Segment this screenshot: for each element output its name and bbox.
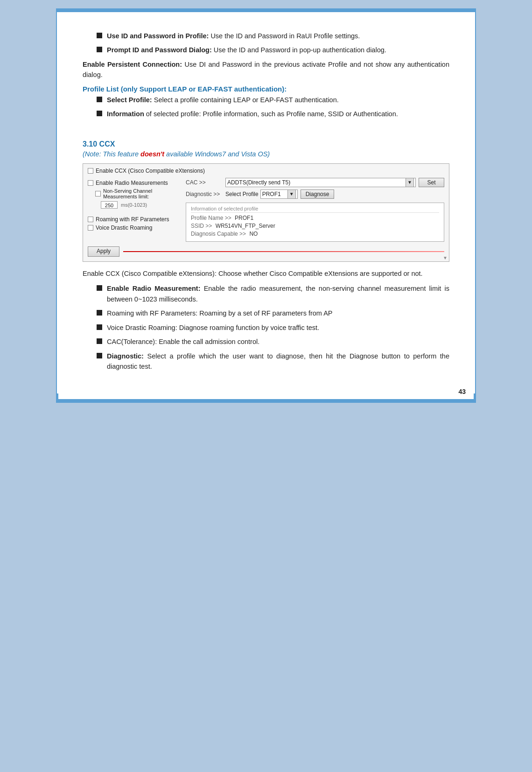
ccx-enable-radio-label: Enable Radio Measurements	[96, 180, 168, 186]
ccx-ms-row: 250 ms(0-1023)	[101, 201, 181, 209]
section-ccx-title: 3.10 CCX	[83, 140, 449, 148]
ccx-ms-label: ms(0-1023)	[121, 202, 147, 208]
bullet-sq-7	[97, 324, 102, 330]
corner-br	[467, 393, 475, 402]
bullet-sq-6	[97, 310, 102, 316]
bullet-cac: CAC(Tolerance): Enable the call admissio…	[97, 337, 449, 347]
page-number: 43	[458, 388, 466, 395]
bullet-sq-1	[97, 33, 102, 38]
bullet9-text: Select a profile which the user want to …	[107, 352, 449, 370]
ccx-diagnose-button[interactable]: Diagnose	[301, 189, 335, 199]
bullet1-bold: Use ID and Password in Profile:	[107, 32, 209, 40]
bullet-text-3: Select Profile: Select a profile contain…	[107, 95, 339, 105]
ccx-ms-input[interactable]: 250	[101, 201, 118, 209]
ccx-enable-checkbox[interactable]	[88, 168, 93, 174]
bullet3-text: Select a profile containing LEAP or EAP-…	[152, 96, 339, 104]
ccx-profile-arrow: ▼	[287, 189, 296, 199]
bullet4-bold: Information	[107, 110, 144, 118]
bullet4-text: of selected profile: Profile information…	[144, 110, 398, 118]
ccx-non-serving-checkbox[interactable]	[95, 191, 101, 197]
note-prefix: (Note:	[83, 150, 103, 158]
bullet-text-4: Information of selected profile: Profile…	[107, 109, 398, 119]
ccx-description: Enable CCX (Cisco Compatible eXtensions)…	[83, 268, 449, 279]
ccx-cac-row: CAC >> ADDTS(Directly send T5) ▼ Set	[186, 178, 444, 187]
bullet-voice-drastic: Voice Drastic Roaming: Diagnose roaming …	[97, 323, 449, 333]
note-doesnt: doesn't	[140, 150, 164, 158]
bullet-select-profile: Select Profile: Select a profile contain…	[97, 95, 449, 105]
ccx-diag-capable-row: Diagnosis Capable >> NO	[191, 231, 439, 237]
ccx-enable-radio-row: Enable Radio Measurements	[88, 180, 181, 186]
bullet9-bold: Diagnostic:	[107, 352, 144, 360]
bullet2-text: Use the ID and Password in pop-up authen…	[212, 46, 386, 54]
ccx-voice-drastic-row: Voice Drastic Roaming	[88, 225, 181, 231]
bullet-text-2: Prompt ID and Password Dialog: Use the I…	[107, 45, 386, 55]
bullet-text-8: CAC(Tolerance): Enable the call admissio…	[107, 337, 259, 347]
ccx-profile-dropdown[interactable]: PROF1 ▼	[260, 189, 298, 199]
bullet-sq-2	[97, 47, 102, 52]
ccx-roaming-rf-row: Roaming with RF Parameters	[88, 216, 181, 223]
bullet-text-5: Enable Radio Measurement: Enable the rad…	[107, 283, 449, 304]
bullet-text-9: Diagnostic: Select a profile which the u…	[107, 351, 449, 372]
ccx-diag-capable-label: Diagnosis Capable >>	[191, 231, 246, 237]
ccx-info-title: Information of selected profile	[191, 206, 439, 213]
ccx-panel-title-text: Enable CCX (Cisco Compatible eXtensions)	[96, 168, 205, 174]
ccx-apply-button[interactable]: Apply	[88, 246, 119, 257]
ccx-profile-name-row: Profile Name >> PROF1	[191, 215, 439, 221]
note-suffix: available Windows7 and Vista OS)	[164, 150, 270, 158]
ccx-roaming-rf-label: Roaming with RF Parameters	[96, 216, 169, 223]
ccx-voice-drastic-label: Voice Drastic Roaming	[96, 225, 152, 231]
ccx-ssid-label: SSID >>	[191, 223, 212, 229]
bullet-sq-3	[97, 97, 102, 102]
note-line: (Note: This feature doesn't available Wi…	[83, 150, 449, 158]
bullet-sq-8	[97, 338, 102, 344]
bullet-information: Information of selected profile: Profile…	[97, 109, 449, 119]
ccx-radio-checkbox[interactable]	[88, 180, 93, 186]
ccx-set-button[interactable]: Set	[419, 178, 444, 187]
bullet-use-id: Use ID and Password in Profile: Use the …	[97, 31, 449, 41]
bullet2-bold: Prompt ID and Password Dialog:	[107, 46, 212, 54]
ccx-diag-label: Diagnostic >>	[186, 191, 225, 197]
ccx-voice-drastic-checkbox[interactable]	[88, 225, 93, 231]
ccx-cac-value: ADDTS(Directly send T5)	[227, 179, 290, 186]
bullet-text-6: Roaming with RF Parameters: Roaming by a…	[107, 308, 333, 318]
bullet-sq-5	[97, 285, 102, 291]
ccx-diag-capable-value: NO	[249, 231, 258, 237]
ccx-profile-name-value: PROF1	[235, 215, 253, 221]
bullet-sq-9	[97, 353, 102, 358]
bullet-enable-radio: Enable Radio Measurement: Enable the rad…	[97, 283, 449, 304]
bullet-text-7: Voice Drastic Roaming: Diagnose roaming …	[107, 323, 319, 333]
ccx-select-profile-label: Select Profile	[225, 191, 259, 197]
ccx-cac-dropdown[interactable]: ADDTS(Directly send T5) ▼	[225, 178, 416, 187]
ccx-diagnostic-row: Diagnostic >> Select Profile PROF1 ▼ Dia…	[186, 189, 444, 199]
ccx-roaming-rf-checkbox[interactable]	[88, 217, 93, 222]
bullet3-bold: Select Profile:	[107, 96, 152, 104]
ccx-profile-name-label: Profile Name >>	[191, 215, 231, 221]
bullet-diagnostic: Diagnostic: Select a profile which the u…	[97, 351, 449, 372]
bullet1-text: Use the ID and Password in RaUI Profile …	[209, 32, 360, 40]
note-italic: This feature	[103, 150, 141, 158]
ccx-right-column: CAC >> ADDTS(Directly send T5) ▼ Set Dia…	[186, 178, 444, 242]
ccx-info-box: Information of selected profile Profile …	[186, 203, 444, 242]
bullet-text-1: Use ID and Password in Profile: Use the …	[107, 31, 360, 41]
bullet-prompt-id: Prompt ID and Password Dialog: Use the I…	[97, 45, 449, 55]
ccx-cac-arrow: ▼	[406, 178, 414, 187]
ccx-apply-bar: Apply	[88, 246, 444, 257]
ccx-non-serving-row: Non-Serving Channel Measurements limit:	[95, 188, 181, 199]
ccx-ssid-value: WR514VN_FTP_Server	[216, 223, 275, 229]
ccx-non-serving-label: Non-Serving Channel Measurements limit:	[103, 188, 181, 199]
persistent-bold: Enable Persistent Connection:	[83, 61, 182, 68]
bullet5-bold: Enable Radio Measurement:	[107, 285, 200, 292]
ccx-profile-value: PROF1	[262, 191, 281, 197]
ccx-left-column: Enable Radio Measurements Non-Serving Ch…	[88, 178, 181, 233]
ccx-cac-label: CAC >>	[186, 179, 225, 186]
ccx-ssid-row: SSID >> WR514VN_FTP_Server	[191, 223, 439, 229]
profile-list-heading: Profile List (only Support LEAP or EAP-F…	[83, 85, 449, 93]
corner-bl	[57, 393, 65, 402]
persistent-para: Enable Persistent Connection: Use DI and…	[83, 59, 449, 80]
bullet-roaming-rf: Roaming with RF Parameters: Roaming by a…	[97, 308, 449, 318]
ccx-panel: Enable CCX (Cisco Compatible eXtensions)…	[83, 163, 449, 262]
bullet-sq-4	[97, 111, 102, 116]
ccx-apply-bar-line	[123, 251, 444, 252]
ccx-panel-title: Enable CCX (Cisco Compatible eXtensions)	[88, 168, 444, 174]
